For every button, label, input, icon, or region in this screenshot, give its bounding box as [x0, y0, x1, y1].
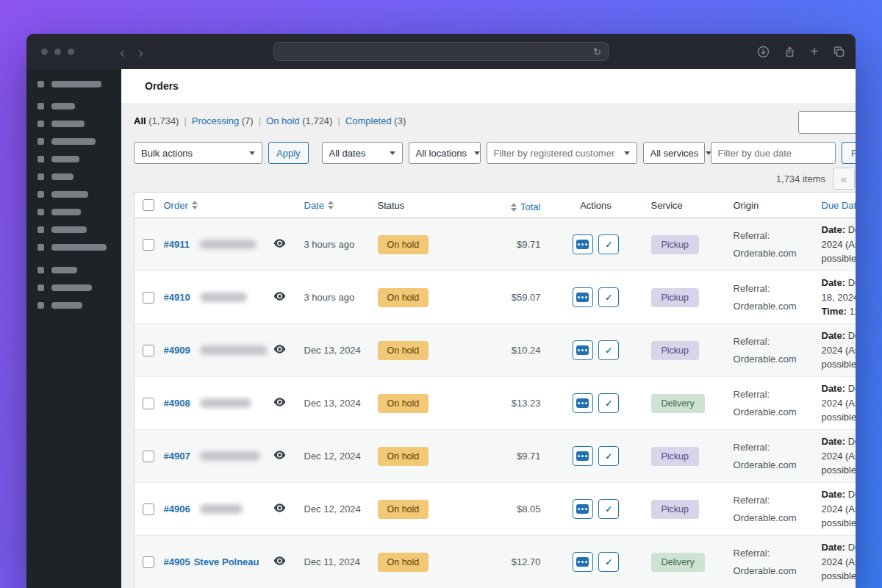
view-all[interactable]: All (1,734): [134, 115, 179, 126]
view-on-hold[interactable]: On hold (1,724): [266, 115, 332, 126]
address-bar[interactable]: ↻: [273, 42, 609, 61]
all-locations-select[interactable]: All locations: [409, 142, 481, 164]
order-row: #4906 Dec 12, 2024 On hold $8.05 ✓ Picku…: [135, 483, 856, 536]
more-actions-button[interactable]: [573, 552, 593, 572]
check-icon: ✓: [605, 293, 612, 303]
sort-by-date[interactable]: Date: [304, 200, 337, 211]
more-actions-button[interactable]: [573, 340, 593, 360]
menu-label-skeleton: [51, 209, 81, 215]
row-checkbox[interactable]: [143, 292, 154, 304]
sidebar-menu-item[interactable]: [37, 138, 121, 145]
preview-eye-icon[interactable]: [273, 451, 286, 459]
row-checkbox[interactable]: [143, 556, 154, 568]
preview-eye-icon[interactable]: [273, 556, 286, 565]
window-control-dot[interactable]: [68, 49, 74, 55]
reload-icon[interactable]: ↻: [593, 46, 601, 57]
sidebar-menu-item[interactable]: [37, 226, 121, 233]
row-checkbox[interactable]: [143, 345, 154, 356]
sidebar-menu-item[interactable]: [37, 209, 121, 215]
search-orders-input[interactable]: [798, 111, 856, 134]
preview-eye-icon[interactable]: [273, 398, 286, 406]
row-checkbox[interactable]: [143, 503, 154, 515]
select-all-checkbox[interactable]: [143, 199, 154, 211]
more-actions-button[interactable]: [573, 287, 593, 307]
complete-order-button[interactable]: ✓: [598, 340, 619, 360]
menu-label-skeleton: [51, 103, 75, 110]
menu-label-skeleton: [51, 156, 79, 162]
ellipsis-icon: [576, 345, 589, 355]
sidebar-menu-item[interactable]: [37, 81, 121, 87]
complete-order-button[interactable]: ✓: [598, 552, 619, 572]
complete-order-button[interactable]: ✓: [598, 499, 619, 519]
view-completed[interactable]: Completed (3): [345, 115, 406, 126]
back-icon[interactable]: ‹: [120, 44, 125, 60]
tabs-overview-icon[interactable]: [833, 46, 845, 58]
complete-order-button[interactable]: ✓: [598, 287, 619, 307]
preview-eye-icon[interactable]: [273, 292, 286, 301]
customer-blur: [200, 451, 260, 461]
sidebar-menu-item[interactable]: [37, 156, 121, 162]
sidebar-menu-item[interactable]: [37, 302, 121, 309]
order-link[interactable]: #4909: [164, 345, 268, 356]
preview-eye-icon[interactable]: [273, 503, 286, 512]
service-badge: Pickup: [651, 341, 700, 360]
sort-by-order[interactable]: Order: [164, 200, 201, 211]
more-actions-button[interactable]: [573, 234, 593, 254]
customer-filter-select[interactable]: Filter by registered customer: [487, 142, 637, 164]
complete-order-button[interactable]: ✓: [598, 393, 619, 413]
share-icon[interactable]: [784, 46, 796, 58]
sidebar-menu-item[interactable]: [37, 121, 121, 127]
menu-label-skeleton: [51, 226, 87, 233]
due-cell: Date: December 2024 (As soon as possible…: [814, 218, 856, 271]
row-checkbox[interactable]: [143, 239, 154, 251]
order-link[interactable]: #4911: [164, 239, 257, 250]
service-badge: Pickup: [651, 235, 700, 254]
order-number: #4909: [164, 345, 190, 356]
sidebar-menu-item[interactable]: [37, 103, 121, 110]
window-control-dot[interactable]: [54, 49, 61, 55]
order-link[interactable]: #4908: [164, 398, 251, 409]
sidebar-menu-item[interactable]: [37, 244, 121, 251]
more-actions-button[interactable]: [573, 446, 593, 466]
apply-button[interactable]: Apply: [268, 142, 309, 164]
sort-by-due-date[interactable]: Due Date/Time: [822, 200, 856, 211]
due-date-filter-input[interactable]: [711, 142, 836, 164]
new-tab-icon[interactable]: +: [810, 44, 819, 59]
due-line: Date: December 2024 (As soon as possible…: [822, 223, 856, 266]
order-link[interactable]: #4906: [164, 503, 243, 514]
sort-by-total[interactable]: Total: [507, 201, 540, 212]
status-badge: On hold: [378, 500, 429, 519]
bulk-actions-select[interactable]: Bulk actions: [134, 142, 262, 164]
sidebar-menu-item[interactable]: [37, 191, 121, 198]
row-checkbox[interactable]: [143, 398, 154, 409]
window-controls[interactable]: [41, 49, 74, 55]
more-actions-button[interactable]: [573, 499, 593, 519]
view-processing[interactable]: Processing (7): [192, 115, 254, 126]
preview-eye-icon[interactable]: [273, 239, 286, 248]
complete-order-button[interactable]: ✓: [598, 446, 619, 466]
sidebar-menu-item[interactable]: [37, 173, 121, 180]
complete-order-button[interactable]: ✓: [598, 234, 619, 254]
forward-icon[interactable]: ›: [138, 44, 143, 60]
page-title: Orders: [145, 80, 179, 92]
sidebar-menu-item[interactable]: [37, 284, 121, 291]
menu-icon: [37, 226, 44, 233]
customer-name: Steve Polneau: [194, 556, 259, 567]
order-link[interactable]: #4905Steve Polneau: [164, 556, 259, 567]
origin-label: Referral:: [734, 227, 807, 244]
more-actions-button[interactable]: [573, 393, 593, 413]
sidebar-menu-item[interactable]: [37, 267, 121, 273]
window-control-dot[interactable]: [41, 49, 48, 55]
downloads-icon[interactable]: [757, 46, 770, 58]
preview-eye-icon[interactable]: [273, 345, 286, 354]
all-dates-select[interactable]: All dates: [322, 142, 403, 164]
filter-button[interactable]: Filter: [842, 142, 856, 164]
first-page-button[interactable]: «: [833, 168, 855, 190]
order-link[interactable]: #4910: [164, 292, 247, 303]
menu-icon: [37, 284, 44, 291]
service-badge: Delivery: [651, 553, 705, 572]
all-services-select[interactable]: All services: [643, 142, 705, 164]
orders-table-wrap: Order Date Status Total Actions Service …: [134, 192, 856, 588]
row-checkbox[interactable]: [143, 451, 154, 462]
order-link[interactable]: #4907: [164, 451, 260, 462]
